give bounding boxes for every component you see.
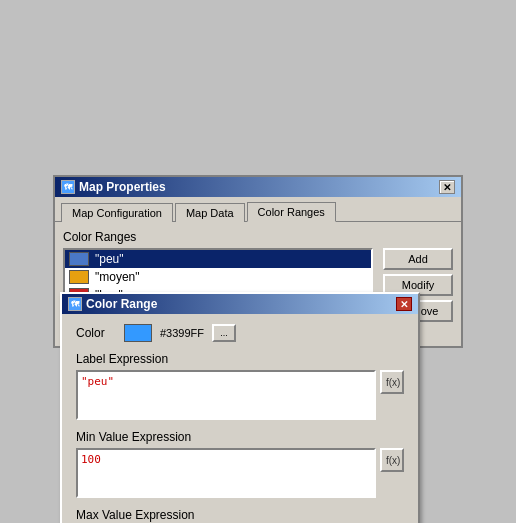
color-field-row: Color #3399FF ... xyxy=(76,324,404,342)
dialog-title-bar: 🗺 Color Range ✕ xyxy=(62,294,418,314)
window-title: Map Properties xyxy=(79,180,166,194)
color-browse-button[interactable]: ... xyxy=(212,324,236,342)
min-value-button[interactable]: f(x) xyxy=(380,448,404,472)
label-expression-label: Label Expression xyxy=(76,352,404,366)
color-range-dialog: 🗺 Color Range ✕ Color #3399FF ... Label … xyxy=(60,292,420,523)
title-bar-left: 🗺 Map Properties xyxy=(61,180,166,194)
color-preview xyxy=(124,324,152,342)
item-label-peu: "peu" xyxy=(95,252,124,266)
tab-color-ranges[interactable]: Color Ranges xyxy=(247,202,336,222)
label-expression-input[interactable] xyxy=(76,370,376,420)
main-window: 🗺 Map Properties ✕ Map Configuration Map… xyxy=(53,175,463,348)
dialog-close-button[interactable]: ✕ xyxy=(396,297,412,311)
tab-map-configuration[interactable]: Map Configuration xyxy=(61,203,173,222)
color-field-label: Color xyxy=(76,326,116,340)
add-button[interactable]: Add xyxy=(383,248,453,270)
dialog-content: Color #3399FF ... Label Expression f(x) … xyxy=(62,314,418,523)
max-value-label: Max Value Expression xyxy=(76,508,404,522)
label-expression-button[interactable]: f(x) xyxy=(380,370,404,394)
dialog-title-icon: 🗺 xyxy=(68,297,82,311)
title-bar: 🗺 Map Properties ✕ xyxy=(55,177,461,197)
min-expression-icon: f(x) xyxy=(384,452,400,468)
expression-icon: f(x) xyxy=(384,374,400,390)
tab-map-data[interactable]: Map Data xyxy=(175,203,245,222)
min-value-input[interactable] xyxy=(76,448,376,498)
color-swatch-moyen xyxy=(69,270,89,284)
color-hex-value: #3399FF xyxy=(160,327,204,339)
min-value-label: Min Value Expression xyxy=(76,430,404,444)
color-swatch-peu xyxy=(69,252,89,266)
svg-text:f(x): f(x) xyxy=(386,455,400,466)
color-ranges-label: Color Ranges xyxy=(63,230,453,244)
window-close-button[interactable]: ✕ xyxy=(439,180,455,194)
dialog-title: Color Range xyxy=(86,297,157,311)
tabs-row: Map Configuration Map Data Color Ranges xyxy=(55,197,461,221)
label-expression-container: f(x) xyxy=(76,370,404,420)
list-item[interactable]: "peu" xyxy=(65,250,371,268)
min-value-container: f(x) xyxy=(76,448,404,498)
list-item[interactable]: "moyen" xyxy=(65,268,371,286)
item-label-moyen: "moyen" xyxy=(95,270,140,284)
map-properties-icon: 🗺 xyxy=(61,180,75,194)
svg-text:f(x): f(x) xyxy=(386,377,400,388)
